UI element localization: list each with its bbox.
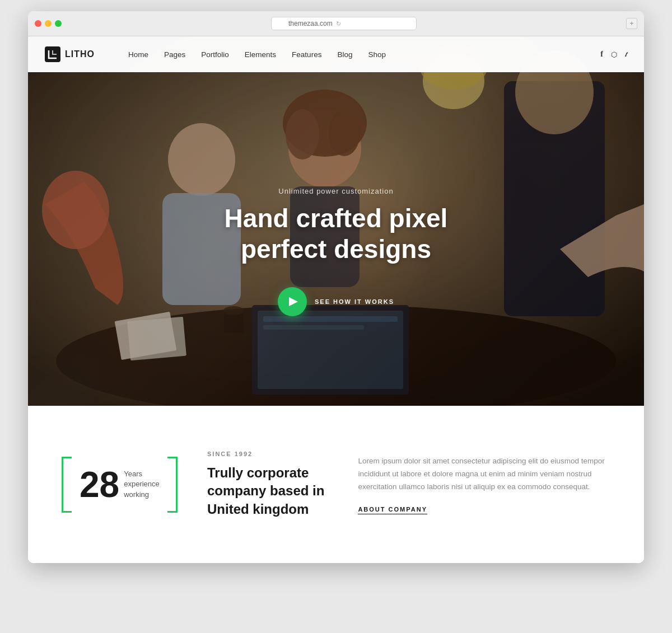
url-text: themezaa.com — [288, 20, 333, 27]
nav-link-pages[interactable]: Pages — [164, 50, 185, 59]
about-company-link[interactable]: ABOUT COMPANY — [358, 506, 427, 514]
left-bracket — [62, 457, 72, 513]
website-content: LITHO Home Pages Portfolio Elements Feat… — [28, 36, 644, 563]
years-number: 28 — [80, 467, 119, 503]
minimize-dot[interactable] — [45, 20, 52, 27]
browser-dots — [35, 20, 62, 27]
refresh-icon[interactable]: ↻ — [336, 20, 341, 27]
hero-title-line1: Hand crafted pixel — [225, 204, 448, 233]
nav-link-elements[interactable]: Elements — [245, 50, 276, 59]
site-header: LITHO Home Pages Portfolio Elements Feat… — [28, 36, 644, 72]
hero-title-line2: perfect designs — [241, 235, 431, 264]
maximize-dot[interactable] — [55, 20, 62, 27]
about-desc-text: Lorem ipsum dolor sit amet consectetur a… — [358, 455, 610, 494]
about-title-line3: United kingdom — [207, 501, 309, 517]
expand-button[interactable]: + — [626, 18, 637, 29]
hero-section: LITHO Home Pages Portfolio Elements Feat… — [28, 36, 644, 406]
nav-item-blog[interactable]: Blog — [337, 49, 352, 59]
nav-item-portfolio[interactable]: Portfolio — [201, 49, 229, 59]
nav-link-features[interactable]: Features — [292, 50, 321, 59]
hero-title: Hand crafted pixel perfect designs — [28, 203, 644, 265]
twitter-link[interactable]: 𝒕 — [625, 50, 627, 59]
play-icon — [289, 297, 298, 306]
nav-link-portfolio[interactable]: Portfolio — [201, 50, 229, 59]
hero-text-content: Unlimited power customization Hand craft… — [28, 187, 644, 316]
hero-subtitle: Unlimited power customization — [28, 187, 644, 195]
browser-window: themezaa.com ↻ + — [28, 11, 644, 563]
about-info: SINCE 1992 Trully corporate company base… — [207, 451, 324, 518]
browser-chrome: themezaa.com ↻ + — [28, 11, 644, 36]
address-bar[interactable]: themezaa.com ↻ — [271, 17, 417, 30]
nav-item-pages[interactable]: Pages — [164, 49, 185, 59]
nav-link-home[interactable]: Home — [128, 50, 148, 59]
about-section: 28 Years experience working SINCE 1992 T… — [28, 406, 644, 563]
cta-label: SEE HOW IT WORKS — [315, 298, 394, 305]
hero-cta-group: SEE HOW IT WORKS — [28, 287, 644, 316]
instagram-link[interactable]: ⬡ — [611, 50, 617, 59]
nav-link-blog[interactable]: Blog — [337, 50, 352, 59]
years-text-line2: experience — [124, 479, 160, 489]
years-badge: 28 Years experience working — [62, 457, 174, 513]
since-label: SINCE 1992 — [207, 451, 324, 457]
browser-address-bar: themezaa.com ↻ — [67, 17, 620, 30]
close-dot[interactable] — [35, 20, 41, 27]
play-button[interactable] — [278, 287, 307, 316]
facebook-link[interactable]: f — [600, 50, 603, 59]
nav-list: Home Pages Portfolio Elements Features B… — [128, 49, 386, 59]
nav-item-features[interactable]: Features — [292, 49, 321, 59]
years-text-line1: Years — [124, 469, 160, 479]
social-links: f ⬡ 𝒕 — [600, 50, 627, 59]
years-inner: 28 Years experience working — [72, 467, 167, 503]
nav-link-shop[interactable]: Shop — [368, 50, 386, 59]
years-text: Years experience working — [124, 469, 160, 500]
nav-item-elements[interactable]: Elements — [245, 49, 276, 59]
main-navigation: Home Pages Portfolio Elements Features B… — [95, 49, 386, 59]
nav-item-shop[interactable]: Shop — [368, 49, 386, 59]
about-title-line2: company based in — [207, 483, 324, 498]
years-text-line3: working — [124, 490, 160, 500]
logo-text: LITHO — [65, 49, 95, 59]
logo[interactable]: LITHO — [45, 46, 95, 62]
about-title-line1: Trully corporate — [207, 465, 309, 480]
about-description: Lorem ipsum dolor sit amet consectetur a… — [358, 455, 610, 514]
nav-item-home[interactable]: Home — [128, 49, 148, 59]
about-title: Trully corporate company based in United… — [207, 464, 324, 518]
right-bracket — [167, 457, 178, 513]
logo-icon — [45, 46, 60, 62]
